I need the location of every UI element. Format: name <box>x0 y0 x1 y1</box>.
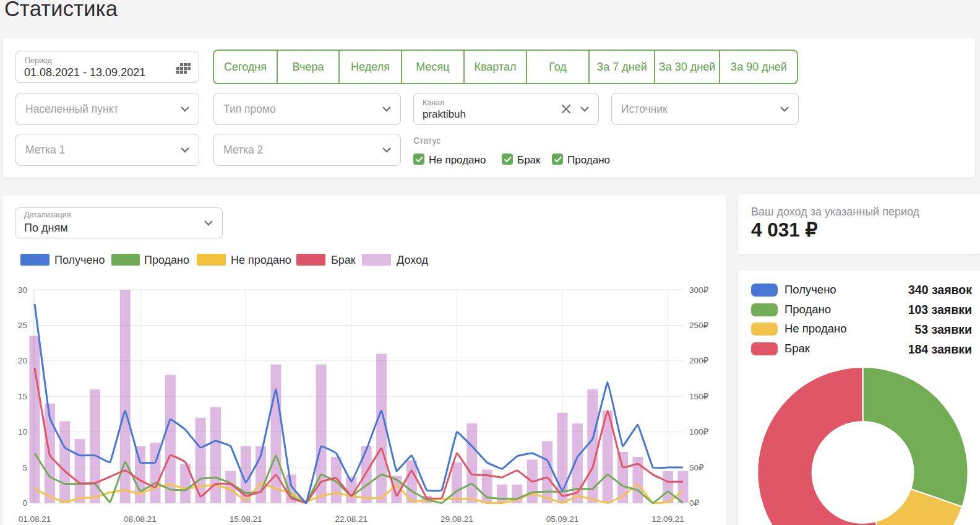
svg-text:15: 15 <box>18 392 27 401</box>
svg-text:29.08.21: 29.08.21 <box>441 514 473 524</box>
svg-text:22.08.21: 22.08.21 <box>335 514 368 524</box>
svg-text:01.08.21: 01.08.21 <box>19 514 51 524</box>
svg-text:100₽: 100₽ <box>689 427 709 436</box>
svg-text:30: 30 <box>18 285 27 295</box>
svg-text:12.09.21: 12.09.21 <box>651 514 684 524</box>
svg-text:10: 10 <box>18 427 27 436</box>
svg-text:250₽: 250₽ <box>689 321 709 330</box>
svg-text:300₽: 300₽ <box>689 285 709 295</box>
svg-text:0₽: 0₽ <box>689 498 700 508</box>
svg-text:200₽: 200₽ <box>689 356 709 365</box>
svg-text:150₽: 150₽ <box>689 392 709 401</box>
svg-text:20: 20 <box>18 356 27 365</box>
svg-text:08.08.21: 08.08.21 <box>124 514 157 524</box>
svg-text:0: 0 <box>22 498 27 508</box>
svg-text:5: 5 <box>22 463 27 472</box>
svg-text:25: 25 <box>18 321 27 330</box>
svg-text:50₽: 50₽ <box>689 463 704 472</box>
svg-text:05.09.21: 05.09.21 <box>546 514 579 524</box>
svg-text:15.08.21: 15.08.21 <box>230 514 262 524</box>
